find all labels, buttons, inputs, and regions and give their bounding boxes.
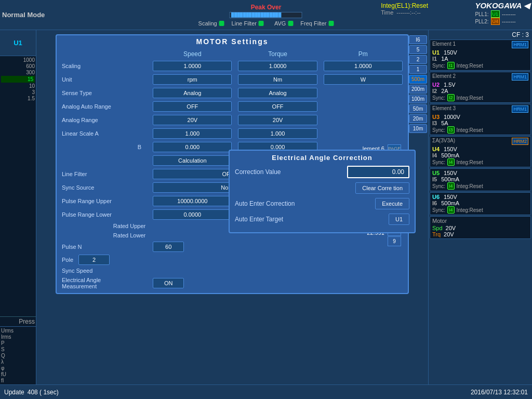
fu-label: fU — [1, 371, 35, 377]
element5-i-val: 500mA — [441, 176, 459, 182]
element2-i-values: I2 2A — [432, 88, 528, 94]
clear-correction-btn[interactable]: Clear Corre tion — [355, 182, 409, 194]
pulse-upper-speed-btn[interactable]: 10000.0000 — [153, 196, 232, 206]
scale-5-btn[interactable]: 5 — [409, 45, 427, 54]
wv-3: 3 — [1, 89, 35, 95]
sync-prefix6: Sync: — [432, 207, 445, 213]
time-value: -------:--:-- — [396, 9, 420, 16]
element3-card: Element 3 HRM1 U3 1000V I3 5A Sync: I3 I… — [430, 104, 531, 135]
press-label: Press — [0, 316, 36, 326]
table-row: Scaling 1.0000 1.0000 1.0000 — [59, 59, 406, 73]
update-rate: 408 ( 1sec) — [28, 389, 59, 396]
elec-angle-val-btn[interactable]: ON — [153, 278, 184, 288]
motor-trq-label: Trq — [432, 231, 441, 237]
element6-i-val: 500mA — [441, 200, 459, 206]
element1-values: U1 150V — [432, 49, 528, 56]
scale-2-btn[interactable]: 2 — [409, 55, 427, 64]
element5-u-label: U5 — [432, 170, 440, 176]
avg-indicator — [288, 21, 293, 26]
motor-trq-val: 20V — [444, 231, 454, 237]
element3-i-label: I3 — [432, 120, 437, 126]
scaling-speed-btn[interactable]: 1.0000 — [153, 61, 232, 71]
pulse-lower-speed-btn[interactable]: 0.0000 — [153, 209, 232, 220]
arange-torque-btn[interactable]: OFF — [238, 101, 317, 112]
unit-speed-btn[interactable]: rpm — [153, 74, 232, 85]
elec-angle-label: Electrical Angle Measurement — [59, 275, 150, 291]
element5-sync-badge: I4 — [447, 182, 455, 190]
element1-card: Element 1 HRM1 U1 150V I1 1A Sync: I1 In… — [430, 39, 531, 71]
pole-val-btn[interactable]: 2 — [78, 255, 110, 265]
execute-btn[interactable]: Execute — [375, 198, 409, 209]
element1-sync: Sync: I1 Integ:Reset — [432, 62, 528, 69]
sync-prefix-sigma: Sync: — [432, 159, 445, 165]
scale-50m-btn[interactable]: 50m — [409, 104, 427, 113]
p-label: P — [1, 340, 35, 346]
element5-u-values: U5 150V — [432, 170, 528, 176]
scale-10m-btn[interactable]: 10m — [409, 124, 427, 133]
table-row: Sense Type Analog Analog — [59, 86, 406, 100]
scaling-label-cell: Scaling — [59, 59, 150, 73]
main-area: U1 1000 600 300 15 10 3 1.5 Press Urms I… — [0, 30, 532, 384]
sense-torque-btn[interactable]: Analog — [238, 88, 317, 98]
arange2-torque-btn[interactable]: 20V — [238, 115, 317, 125]
center-panel: MOTOR Settings Speed Torque Pm Scaling 1… — [36, 30, 428, 384]
sigma-card: ΣA(3V3A) HRM2 U4 150V I4 500mA Sync: I4 … — [430, 136, 531, 167]
element1-title: Element 1 — [432, 41, 456, 48]
element3-u-label: U3 — [432, 114, 440, 120]
motor-spd-label: Spd — [432, 225, 443, 231]
arange2-speed-btn[interactable]: 20V — [153, 115, 232, 125]
auto-enter-correction-row: Auto Enter Correction Execute — [235, 198, 409, 209]
linear-a-torque-btn[interactable]: 1.000 — [238, 128, 317, 139]
scale-i6-btn[interactable]: I6 — [409, 35, 427, 44]
element5-card: U5 150V I5 500mA Sync: I4 Integ:Reset — [430, 168, 531, 191]
arange-speed-btn[interactable]: OFF — [153, 101, 232, 112]
scale-500m-btn[interactable]: 500m — [409, 75, 427, 84]
urms-label: Urms — [1, 328, 35, 334]
sigma-sync-badge: I4 — [447, 158, 455, 166]
element2-u-val: 1.5V — [444, 82, 456, 88]
unit-pm-btn[interactable]: W — [324, 74, 403, 85]
pulse-n-btn[interactable]: 60 — [153, 242, 184, 252]
scale-100m-btn[interactable]: 100m — [409, 95, 427, 103]
scaling-torque-btn[interactable]: 1.0000 — [238, 61, 317, 71]
element2-card: Element 2 HRM1 U2 1.5V I2 2A Sync: I2 In… — [430, 72, 531, 103]
pole-row: Pole 2 — [59, 255, 406, 265]
scale-200m-btn[interactable]: 200m — [409, 85, 427, 94]
scale-20m-btn[interactable]: 20m — [409, 114, 427, 123]
scaling-pm-btn[interactable]: 1.0000 — [324, 61, 403, 71]
sigma-u-values: U4 150V — [432, 146, 528, 152]
sigma-u-val: 150V — [444, 146, 457, 152]
wv-15-green: 15 — [1, 76, 35, 83]
peak-bar: █████████████████ — [230, 12, 302, 18]
q-label: Q — [1, 353, 35, 358]
sigma-i-val: 500mA — [441, 152, 459, 158]
sigma-hrm: HRM2 — [512, 138, 528, 145]
calc-speed-btn[interactable]: Calculation — [153, 155, 232, 166]
linear-a-speed-btn[interactable]: 1.000 — [153, 128, 232, 139]
element1-u-val: 150V — [444, 49, 457, 56]
col-torque-header: Torque — [235, 49, 320, 59]
motor-card: Motor Spd 20V Trq 20V — [430, 216, 531, 239]
wv-600: 600 — [1, 63, 35, 69]
linear-a-label: Linear Scale A — [59, 127, 150, 140]
freq-filter-indicator — [328, 21, 334, 26]
correction-value-input[interactable] — [347, 166, 409, 178]
pulse-lower-label: Pulse Range Lower — [59, 208, 150, 221]
correction-value-row: Correction Value — [235, 166, 409, 178]
page-9-btn[interactable]: 9 — [388, 236, 401, 246]
clear-correction-row: Clear Corre tion — [235, 182, 409, 194]
element6-sync-badge: I4 — [447, 206, 455, 214]
unit-torque-btn[interactable]: Nm — [238, 74, 317, 85]
pll2-badge: U4 — [491, 18, 500, 25]
wv-10: 10 — [1, 83, 35, 89]
target-btn[interactable]: U1 — [389, 214, 409, 225]
linear-b-speed-btn[interactable]: 0.000 — [153, 142, 232, 152]
eac-title: Electrical Angle Correction — [235, 154, 409, 162]
element2-header: Element 2 HRM1 — [432, 73, 528, 81]
time-label: Time — [381, 9, 393, 16]
sense-speed-btn[interactable]: Analog — [153, 88, 232, 98]
sigma-u-label: U4 — [432, 146, 440, 152]
element1-header: Element 1 HRM1 — [432, 41, 528, 48]
element6-sync: Sync: I4 Integ:Reset — [432, 206, 528, 214]
scale-1-btn[interactable]: 1 — [409, 65, 427, 74]
